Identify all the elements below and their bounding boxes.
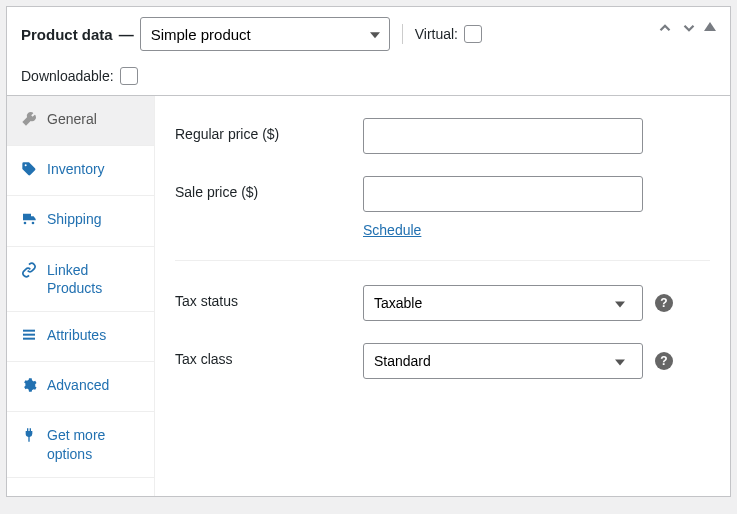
regular-price-input[interactable] [363, 118, 643, 154]
title-dash: — [119, 26, 134, 43]
panel-title: Product data [21, 26, 113, 43]
row-regular-price: Regular price ($) [175, 118, 710, 154]
virtual-checkbox[interactable] [464, 25, 482, 43]
sale-price-label: Sale price ($) [175, 176, 363, 200]
tab-label: General [47, 110, 97, 128]
tab-label: Advanced [47, 376, 109, 394]
tab-shipping[interactable]: Shipping [7, 196, 154, 246]
truck-icon [21, 211, 37, 231]
chevron-up-icon[interactable] [656, 19, 670, 33]
plug-icon [21, 427, 37, 447]
row-tax-class: Tax class Standard ? [175, 343, 710, 379]
row-tax-status: Tax status Taxable ? [175, 285, 710, 321]
schedule-link[interactable]: Schedule [363, 222, 421, 238]
tab-label: Inventory [47, 160, 105, 178]
help-icon[interactable]: ? [655, 352, 673, 370]
tab-inventory[interactable]: Inventory [7, 146, 154, 196]
tab-general[interactable]: General [7, 96, 154, 146]
divider [175, 260, 710, 261]
separator [402, 24, 403, 44]
tax-status-select[interactable]: Taxable [363, 285, 643, 321]
wrench-icon [21, 111, 37, 131]
gear-icon [21, 377, 37, 397]
chevron-down-icon[interactable] [680, 19, 694, 33]
collapse-triangle-icon[interactable] [704, 22, 716, 31]
tab-label: Shipping [47, 210, 102, 228]
panel-header: Product data — Simple product Virtual: D… [7, 7, 730, 96]
sale-price-input[interactable] [363, 176, 643, 212]
link-icon [21, 262, 37, 282]
tab-get-more-options[interactable]: Get more options [7, 412, 154, 477]
tab-label: Attributes [47, 326, 106, 344]
row-sale-price: Sale price ($) Schedule [175, 176, 710, 238]
tax-class-label: Tax class [175, 343, 363, 367]
sidebar: General Inventory Shipping Linked Produc… [7, 96, 155, 496]
tab-advanced[interactable]: Advanced [7, 362, 154, 412]
svg-rect-2 [23, 338, 35, 340]
tab-attributes[interactable]: Attributes [7, 312, 154, 362]
product-data-panel: Product data — Simple product Virtual: D… [6, 6, 731, 497]
product-type-select[interactable]: Simple product [140, 17, 390, 51]
tab-label: Linked Products [47, 261, 140, 297]
list-icon [21, 327, 37, 347]
tax-class-select[interactable]: Standard [363, 343, 643, 379]
svg-rect-0 [23, 330, 35, 332]
tab-linked-products[interactable]: Linked Products [7, 247, 154, 312]
downloadable-label: Downloadable: [21, 67, 138, 85]
regular-price-label: Regular price ($) [175, 118, 363, 142]
svg-rect-1 [23, 334, 35, 336]
content-general: Regular price ($) Sale price ($) Schedul… [155, 96, 730, 496]
downloadable-checkbox[interactable] [120, 67, 138, 85]
tax-status-label: Tax status [175, 285, 363, 309]
tab-label: Get more options [47, 426, 140, 462]
panel-body: General Inventory Shipping Linked Produc… [7, 96, 730, 496]
virtual-label: Virtual: [415, 25, 482, 43]
help-icon[interactable]: ? [655, 294, 673, 312]
tag-icon [21, 161, 37, 181]
panel-header-controls [656, 19, 716, 33]
